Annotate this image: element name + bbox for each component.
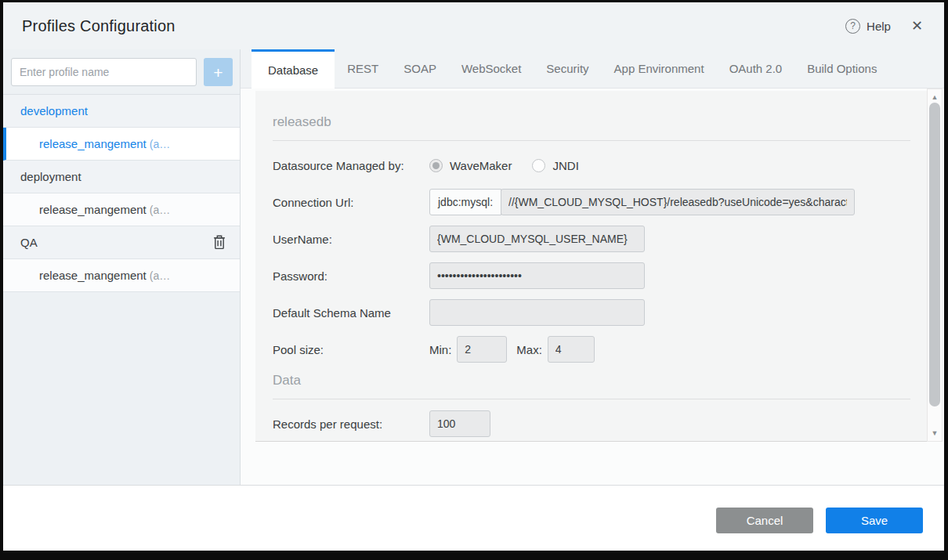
password-input[interactable] [429,262,645,289]
tab-app-environment[interactable]: App Environment [602,49,717,88]
pool-size-row: Pool size: Min: Max: [273,336,910,363]
sidebar-item-release-mangement-development[interactable]: release_mangement (a… [3,128,240,161]
help-label: Help [867,20,891,33]
vertical-scrollbar[interactable]: ▲ ▼ [927,89,943,442]
help-button[interactable]: ? Help [845,19,891,34]
sidebar-item-qa[interactable]: QA [3,226,240,259]
profile-name-input[interactable] [11,58,197,86]
profile-list: development release_mangement (a… deploy… [3,95,240,292]
sidebar-item-development[interactable]: development [3,95,240,128]
tab-websocket[interactable]: WebSocket [449,49,534,88]
dialog-body: + development release_mangement (a… depl… [3,49,944,486]
username-row: UserName: [273,226,910,252]
profiles-configuration-dialog: Profiles Configuration ? Help ✕ + develo… [3,2,944,551]
sidebar-item-release-mangement-deployment[interactable]: release_mangement (a… [3,193,240,226]
sidebar-item-release-mangement-qa[interactable]: release_mangement (a… [3,259,240,292]
datasource-managed-by-label: Datasource Managed by: [273,159,429,172]
tab-rest[interactable]: REST [335,49,391,88]
pool-size-label: Pool size: [273,343,429,356]
pool-min-input[interactable] [457,336,507,363]
radio-wavemaker[interactable]: WaveMaker [429,159,512,172]
tab-oauth[interactable]: OAuth 2.0 [717,49,795,88]
profile-group-label: development [20,104,88,117]
scroll-up-icon[interactable]: ▲ [928,93,942,101]
tab-build-options[interactable]: Build Options [794,49,889,88]
username-label: UserName: [273,233,429,246]
tab-security[interactable]: Security [534,49,601,88]
tab-soap[interactable]: SOAP [391,49,449,88]
datasource-radio-group: WaveMaker JNDI [429,159,579,172]
database-config-panel: releasedb Datasource Managed by: WaveMak… [255,91,928,442]
radio-selected-icon [429,159,443,172]
page-title: Profiles Configuration [22,17,175,35]
records-per-request-row: Records per request: [273,410,910,437]
cancel-button[interactable]: Cancel [716,508,813,533]
delete-profile-icon[interactable] [213,235,226,250]
records-per-request-input[interactable] [429,410,490,437]
sidebar-item-deployment[interactable]: deployment [3,161,240,193]
scrollbar-thumb[interactable] [929,103,940,406]
datasource-managed-by-row: Datasource Managed by: WaveMaker JNDI [273,152,910,179]
profile-item-label: release_mangement [39,203,147,216]
password-label: Password: [273,269,429,283]
tab-database[interactable]: Database [251,49,335,89]
profile-content: Database REST SOAP WebSocket Security Ap… [241,49,944,485]
dialog-header: Profiles Configuration ? Help ✕ [3,2,944,49]
connection-url-group: jdbc:mysql: [429,189,855,215]
pool-max-label: Max: [516,343,542,356]
section-title-data: Data [273,373,910,399]
profile-item-suffix: (a… [150,204,170,216]
profile-item-suffix: (a… [150,269,170,282]
default-schema-input[interactable] [429,299,645,326]
connection-url-label: Connection Url: [273,196,429,209]
password-row: Password: [273,262,910,289]
profile-group-label: QA [20,236,38,249]
radio-wavemaker-label: WaveMaker [450,159,512,172]
profile-item-label: release_mangement [39,269,147,282]
section-title-releasedb: releasedb [273,114,910,141]
username-input[interactable] [429,226,645,252]
connection-url-prefix: jdbc:mysql: [429,189,501,215]
profile-group-label: deployment [20,170,81,183]
profiles-sidebar: + development release_mangement (a… depl… [3,49,241,485]
add-profile-button[interactable]: + [204,58,233,86]
profile-item-label: release_mangement [39,137,147,150]
default-schema-label: Default Schema Name [273,306,429,320]
connection-url-row: Connection Url: jdbc:mysql: [273,189,910,215]
help-icon: ? [845,19,860,34]
pool-max-input[interactable] [548,336,595,363]
profile-search-row: + [3,49,240,95]
records-per-request-label: Records per request: [273,417,429,431]
pool-min-label: Min: [429,343,451,356]
save-button[interactable]: Save [826,508,923,533]
radio-unselected-icon [532,159,545,172]
database-tab-pane: releasedb Datasource Managed by: WaveMak… [241,89,944,485]
connection-url-input[interactable] [501,189,855,215]
scroll-down-icon[interactable]: ▼ [928,429,942,437]
dialog-footer: Cancel Save [3,486,944,551]
header-actions: ? Help ✕ [845,19,923,34]
close-icon[interactable]: ✕ [911,19,923,33]
radio-jndi[interactable]: JNDI [532,159,578,172]
profile-tabs: Database REST SOAP WebSocket Security Ap… [241,49,944,89]
default-schema-row: Default Schema Name [273,299,910,326]
profile-item-suffix: (a… [150,138,170,150]
radio-jndi-label: JNDI [552,159,578,172]
